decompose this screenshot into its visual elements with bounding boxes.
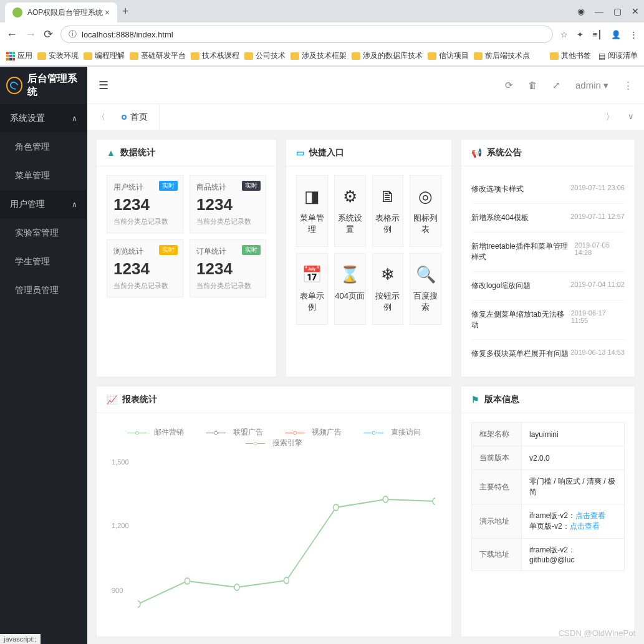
bookmark-item[interactable]: 前后端技术点 — [474, 50, 530, 61]
chart-icon: 📈 — [107, 395, 117, 405]
url-box[interactable]: ⓘ localhost:8888/index.html — [60, 26, 553, 43]
quick-item[interactable]: ❄ 按钮示例 — [372, 253, 404, 325]
other-bookmarks[interactable]: 其他书签 — [550, 50, 591, 61]
stat-value: 1234 — [196, 259, 259, 279]
bookmark-item[interactable]: 信访项目 — [428, 50, 469, 61]
warning-icon: ▲ — [107, 148, 115, 158]
profile-icon[interactable]: 👤 — [611, 30, 621, 39]
notice-title: 新增treetable插件和菜单管理样式 — [471, 241, 575, 262]
minimize-icon[interactable]: — — [595, 6, 603, 16]
close-tab-icon[interactable]: × — [105, 7, 110, 17]
forward-icon[interactable]: → — [25, 28, 36, 41]
sidebar-item-lab[interactable]: 实验室管理 — [0, 219, 87, 248]
stat-sub: 当前分类总记录数 — [113, 281, 176, 291]
quick-item[interactable]: 🗎 表格示例 — [372, 175, 404, 247]
app-title: 后台管理系统 — [27, 72, 81, 99]
chart-area: 1,500 1,200 900 — [107, 453, 441, 628]
address-bar: ← → ⟳ ⓘ localhost:8888/index.html ☆ ✦ ≡┃… — [0, 22, 644, 46]
svg-point-3 — [284, 577, 289, 584]
collapse-sidebar-icon[interactable]: ☰ — [99, 79, 108, 92]
clear-icon[interactable]: 🗑 — [528, 80, 537, 90]
quick-icon: ◎ — [410, 187, 441, 206]
tab-home[interactable]: 首页 — [110, 104, 160, 130]
notice-row[interactable]: 修复多模块菜单栏展开有问题 2019-06-13 14:53 — [471, 340, 625, 368]
quick-item[interactable]: ⌛ 404页面 — [334, 253, 366, 325]
quick-icon: 📅 — [297, 265, 327, 284]
bookmark-item[interactable]: 涉及技术框架 — [291, 50, 347, 61]
close-window-icon[interactable]: ✕ — [632, 6, 639, 16]
tab-bar: AOP权限后台管理系统 × + ◉ — ▢ ✕ — [0, 0, 644, 22]
user-menu[interactable]: admin ▾ — [575, 80, 608, 91]
extension-icon[interactable]: ✦ — [577, 30, 584, 39]
sidebar-menu: 系统设置 ∧ 角色管理 菜单管理 用户管理 ∧ 实验室管理 学生管理 管理员管理 — [0, 104, 87, 644]
notice-row[interactable]: 修改logo缩放问题 2019-07-04 11:02 — [471, 272, 625, 300]
quick-label: 百度搜索 — [410, 291, 441, 313]
notice-row[interactable]: 修复左侧菜单缩放tab无法移动 2019-06-17 11:55 — [471, 300, 625, 340]
stat-value: 1234 — [113, 195, 176, 214]
notice-card: 📢系统公告 修改选项卡样式 2019-07-11 23:06 新增系统404模板… — [461, 139, 635, 377]
quick-item[interactable]: 📅 表单示例 — [296, 253, 328, 325]
fullscreen-icon[interactable]: ⤢ — [552, 80, 560, 91]
quick-item[interactable]: ◨ 菜单管理 — [296, 175, 328, 247]
bookmark-item[interactable]: 安装环境 — [37, 50, 79, 61]
url-text: localhost:8888/index.html — [82, 30, 173, 39]
quick-item[interactable]: 🔍 百度搜索 — [410, 253, 441, 325]
bookmark-item[interactable]: 技术栈课程 — [191, 50, 239, 61]
tabs-dropdown-icon[interactable]: ∨ — [623, 112, 639, 123]
sidebar-item-admin[interactable]: 管理员管理 — [0, 276, 87, 305]
reading-list[interactable]: ▤ 阅读清单 — [598, 50, 638, 61]
version-card: ⚑版本信息 框架名称 layuimini 当前版本 v2.0.0 主要特色 零门… — [461, 386, 635, 637]
stat-sub: 当前分类总记录数 — [196, 281, 259, 291]
sidebar-item-student[interactable]: 学生管理 — [0, 248, 87, 276]
apps-shortcut[interactable]: 应用 — [6, 50, 32, 61]
quick-item[interactable]: ⚙ 系统设置 — [334, 175, 366, 247]
table-row: 当前版本 v2.0.0 — [472, 446, 625, 470]
star-icon[interactable]: ☆ — [560, 30, 568, 39]
link[interactable]: 点击查看 — [570, 522, 600, 531]
maximize-icon[interactable]: ▢ — [613, 6, 622, 16]
sidebar-group-user[interactable]: 用户管理 ∧ — [0, 190, 87, 219]
notice-row[interactable]: 新增treetable插件和菜单管理样式 2019-07-05 14:28 — [471, 233, 625, 272]
sidebar-item-menu[interactable]: 菜单管理 — [0, 161, 87, 190]
sidebar-group-label: 系统设置 — [10, 113, 45, 124]
tab-label: 首页 — [130, 112, 148, 123]
bookmark-item[interactable]: 公司技术 — [244, 50, 286, 61]
version-val: iframe版-v2：点击查看单页版-v2：点击查看 — [522, 504, 625, 539]
reading-icon[interactable]: ≡┃ — [592, 30, 602, 39]
new-tab-button[interactable]: + — [122, 5, 129, 18]
bookmark-item[interactable]: 编程理解 — [84, 50, 125, 61]
quick-icon: ❄ — [373, 265, 403, 284]
watermark: CSDN @OldWinePot — [559, 628, 635, 638]
link[interactable]: 点击查看 — [575, 511, 605, 520]
site-info-icon[interactable]: ⓘ — [69, 29, 77, 40]
menu-icon[interactable]: ⋮ — [630, 30, 638, 39]
main-area: ☰ ⟳ 🗑 ⤢ admin ▾ ⋮ 〈 首页 〉 ∨ — [87, 67, 644, 644]
refresh-icon[interactable]: ⟳ — [505, 80, 513, 91]
bookmark-item[interactable]: 基础研发平台 — [130, 50, 186, 61]
notice-row[interactable]: 修改选项卡样式 2019-07-11 23:06 — [471, 175, 625, 204]
bookmark-item[interactable]: 涉及的数据库技术 — [352, 50, 423, 61]
notice-row[interactable]: 新增系统404模板 2019-07-11 12:57 — [471, 204, 625, 233]
stat-sub: 当前分类总记录数 — [196, 217, 259, 226]
quick-label: 表单示例 — [297, 291, 327, 313]
stat-value: 1234 — [196, 195, 259, 214]
reload-icon[interactable]: ⟳ — [44, 27, 53, 41]
stat-box: 实时 浏览统计 1234 当前分类总记录数 — [107, 239, 183, 297]
sidebar-group-system[interactable]: 系统设置 ∧ — [0, 104, 87, 133]
tabs-left-icon[interactable]: 〈 — [92, 112, 110, 123]
version-val: layuimini — [522, 423, 625, 446]
tabs-right-icon[interactable]: 〉 — [601, 112, 619, 123]
back-icon[interactable]: ← — [6, 28, 17, 41]
more-icon[interactable]: ⋮ — [623, 80, 633, 91]
quick-item[interactable]: ◎ 图标列表 — [410, 175, 441, 247]
stat-box: 实时 订单统计 1234 当前分类总记录数 — [190, 239, 266, 297]
sidebar-item-role[interactable]: 角色管理 — [0, 133, 87, 161]
active-dot-icon — [122, 115, 127, 120]
browser-tab[interactable]: AOP权限后台管理系统 × — [5, 2, 117, 22]
quick-card: ▭快捷入口 ◨ 菜单管理 ⚙ 系统设置 🗎 表格示例 ◎ 图标列表 📅 表单示例… — [286, 139, 452, 377]
browser-chrome: AOP权限后台管理系统 × + ◉ — ▢ ✕ ← → ⟳ ⓘ localhos… — [0, 0, 644, 67]
topbar: ☰ ⟳ 🗑 ⤢ admin ▾ ⋮ — [87, 67, 644, 104]
svg-point-1 — [185, 578, 190, 584]
bookmarks-bar: 应用 安装环境 编程理解 基础研发平台 技术栈课程 公司技术 涉及技术框架 涉及… — [0, 46, 644, 66]
quick-icon: ⌛ — [335, 265, 365, 284]
